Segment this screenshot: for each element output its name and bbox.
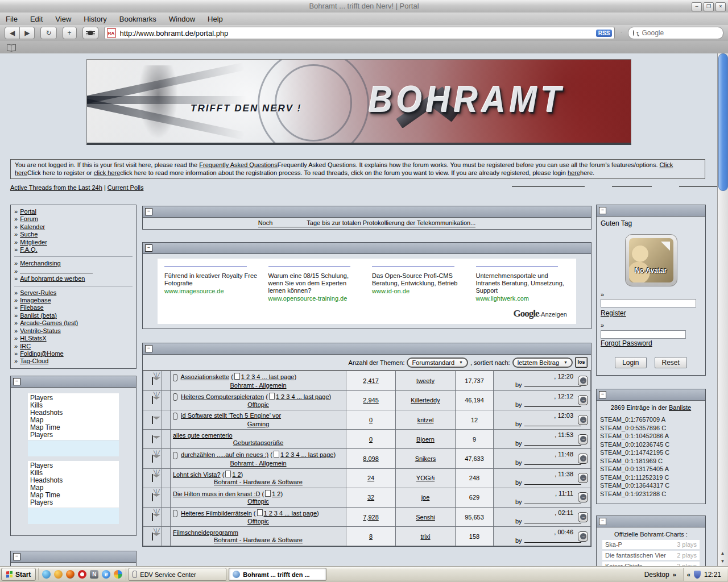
thread-title-link[interactable]: Assoziationskette	[180, 373, 229, 380]
thread-title-link[interactable]: Filmschneideprogramm	[173, 529, 238, 536]
google-ad[interactable]: Das Open-Source Profi-CMS Beratung, Entw…	[372, 264, 466, 302]
thread-pages-links[interactable]: 1 2	[272, 490, 280, 497]
replies-count-link[interactable]: 2,945	[363, 397, 379, 404]
thread-title-link[interactable]: durchzählen .....auf ein neues :)	[181, 451, 268, 458]
reset-button[interactable]: Reset	[655, 357, 687, 368]
thread-title-link[interactable]: Die Hilton muss in den knast :D	[173, 490, 260, 497]
login-button[interactable]: Login	[615, 357, 646, 368]
sidebar-link[interactable]: Kalender	[20, 223, 45, 231]
sidebar-nav-item[interactable]: » Kalender	[14, 223, 133, 231]
sidebar-link[interactable]: Auf bohramt.de werben	[20, 275, 85, 282]
redacted-username[interactable]	[524, 382, 581, 387]
start-button[interactable]: Start	[1, 568, 36, 581]
menu-file[interactable]: File	[6, 15, 18, 23]
address-bar[interactable]: RA RSS	[104, 27, 615, 39]
site-banner[interactable]: TRIFFT DEN NERV ! BOHRAMT	[86, 59, 631, 145]
goto-last-post-button[interactable]: →	[578, 395, 588, 405]
back-button[interactable]: ◀	[5, 27, 20, 39]
active-threads-link[interactable]: Active Threads from the Last 24h	[10, 184, 102, 191]
url-input[interactable]	[119, 28, 593, 38]
forum-link[interactable]: Offtopic	[247, 518, 269, 525]
forum-link[interactable]: Bohramt - Hardware & Software	[214, 537, 303, 543]
sidebar-link[interactable]: HLStatsX	[20, 335, 46, 342]
sidebar-nav-item[interactable]: » IRC	[14, 343, 133, 350]
sidebar-link[interactable]: Ventrilo-Status	[20, 327, 61, 335]
netscape-icon[interactable]: N	[90, 570, 98, 579]
maximize-button[interactable]: ❐	[704, 2, 714, 11]
sidebar-link[interactable]: Merchandising	[20, 260, 61, 267]
sidebar-nav-item[interactable]: » HLStatsX	[14, 335, 133, 342]
sidebar-link[interactable]: Folding@Home	[20, 350, 64, 357]
menu-history[interactable]: History	[84, 15, 106, 23]
forum-link[interactable]: Gaming	[247, 421, 270, 427]
goto-last-post-button[interactable]: →	[578, 531, 588, 542]
author-link[interactable]: Senshi	[416, 514, 435, 521]
sidebar-link[interactable]: F.A.Q.	[20, 246, 38, 253]
camino-bug-icon[interactable]	[82, 27, 98, 39]
sidebar-nav-item[interactable]: » Filebase	[14, 304, 133, 311]
author-link[interactable]: tweety	[416, 377, 435, 384]
close-button[interactable]: ×	[715, 2, 726, 11]
chevron-right-icon[interactable]: »	[673, 571, 676, 578]
menu-help[interactable]: Help	[208, 15, 223, 23]
ad-url[interactable]: www.imagesource.de	[164, 288, 258, 295]
new-tab-button[interactable]: +	[63, 27, 77, 39]
sidebar-link[interactable]: Server-Rules	[20, 289, 56, 297]
author-link[interactable]: trixi	[420, 533, 430, 540]
internet-explorer-icon[interactable]: e	[102, 570, 110, 579]
thread-title-link[interactable]: alles gute cementerio	[173, 432, 233, 439]
task-button-bohramt[interactable]: Bohramt ... trifft den ...	[229, 568, 326, 581]
sidebar-nav-item[interactable]: » Auf bohramt.de werben	[14, 275, 133, 282]
author-link[interactable]: kritzel	[417, 417, 434, 423]
firefox-icon[interactable]	[66, 570, 75, 579]
sidebar-link[interactable]: Arcade-Games (test)	[20, 319, 78, 327]
replies-count-link[interactable]: 2,417	[363, 377, 379, 384]
sidebar-nav-item[interactable]: »	[14, 268, 133, 275]
sidebar-nav-item[interactable]: » Folding@Home	[14, 350, 133, 357]
collapse-icon[interactable]: −	[599, 207, 606, 214]
sidebar-nav-item[interactable]: » Imagebase	[14, 297, 133, 304]
vertical-scrollbar[interactable]: ▲ ▼	[717, 53, 728, 567]
redacted-username[interactable]	[524, 499, 581, 504]
collapse-icon[interactable]: −	[599, 391, 606, 398]
notice-link[interactable]: click here	[94, 169, 120, 176]
collapse-icon[interactable]: −	[599, 518, 606, 525]
banliste-link[interactable]: Banliste	[669, 404, 691, 411]
menu-bookmarks[interactable]: Bookmarks	[119, 15, 156, 23]
register-link[interactable]: Register	[601, 309, 626, 317]
topics-count-select[interactable]: Forumstandard ▼	[407, 357, 468, 368]
redacted-username[interactable]	[524, 538, 581, 543]
sidebar-nav-item[interactable]: » Arcade-Games (test)	[14, 319, 133, 327]
forum-link[interactable]: Bohramt - Allgemein	[230, 382, 286, 389]
sidebar-link[interactable]: Portal	[20, 208, 36, 215]
thread-pages-links[interactable]: 1 2	[232, 471, 241, 478]
google-ad[interactable]: Führend in kreativer Royalty Free Fotogr…	[164, 264, 258, 302]
media-player-icon[interactable]	[114, 570, 122, 579]
current-polls-link[interactable]: Current Polls	[107, 184, 144, 191]
author-link[interactable]: joe	[421, 494, 430, 501]
sidebar-nav-item[interactable]: » Tag-Cloud	[14, 357, 133, 365]
sidebar-nav-item[interactable]: » Ventrilo-Status	[14, 327, 133, 335]
desktop-toolbar[interactable]: Desktop »	[644, 571, 681, 579]
collapse-icon[interactable]: −	[13, 553, 20, 560]
forgot-password-link[interactable]: Forgot Password	[601, 339, 652, 347]
thread-pages-links[interactable]: 1 2 3 4 ... last page	[241, 373, 295, 380]
sidebar-link[interactable]: Mitglieder	[20, 239, 47, 246]
thread-pages-links[interactable]: 1 2 3 4 ... last page	[264, 510, 317, 517]
camino-icon[interactable]	[42, 570, 51, 579]
goto-last-post-button[interactable]: →	[578, 376, 588, 386]
forum-link[interactable]: Bohramt - Allgemein	[230, 460, 286, 467]
ad-url[interactable]: www.id-on.de	[372, 288, 466, 295]
scrollbar-thumb[interactable]	[718, 53, 728, 191]
sidebar-link[interactable]: Suche	[20, 231, 38, 238]
countdown-link[interactable]: NochTage bis zur totalen Protokollierung…	[258, 219, 476, 227]
collapse-icon[interactable]: −	[145, 244, 152, 252]
forum-link[interactable]: Geburtstagsgrüße	[233, 439, 284, 446]
forum-link[interactable]: Bohramt - Hardware & Software	[214, 479, 303, 485]
opera-icon[interactable]	[78, 570, 86, 579]
sidebar-link[interactable]: Tag-Cloud	[20, 357, 48, 365]
sidebar-nav-item[interactable]: » Mitglieder	[14, 239, 133, 246]
replies-count-link[interactable]: 0	[369, 436, 373, 443]
task-button-edv[interactable]: EDV Service Center	[129, 568, 226, 581]
sidebar-link[interactable]: Forum	[20, 215, 38, 223]
